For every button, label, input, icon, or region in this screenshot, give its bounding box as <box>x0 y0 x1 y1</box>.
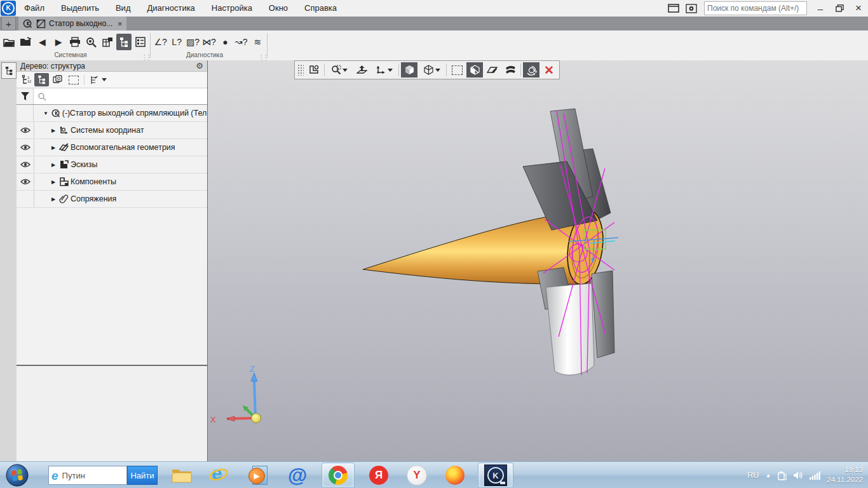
mass-properties-icon[interactable]: ● <box>218 34 233 50</box>
tree-filter-input[interactable] <box>46 90 207 104</box>
menu-window[interactable]: Окно <box>261 0 296 17</box>
expander-icon[interactable]: ▶ <box>50 128 57 133</box>
taskbar-media-player[interactable]: ▶ <box>244 463 272 487</box>
measure-length-icon[interactable]: ∠? <box>153 34 168 50</box>
open-document-icon[interactable] <box>2 34 17 50</box>
taskbar-explorer[interactable] <box>168 463 196 487</box>
zebra-icon[interactable] <box>502 62 519 78</box>
insert-fragment-icon[interactable] <box>100 34 116 50</box>
tree-structure-icon[interactable] <box>116 34 132 50</box>
eye-toggle[interactable] <box>17 156 34 173</box>
menu-help[interactable]: Справка <box>296 0 345 17</box>
taskbar-internet-explorer[interactable]: e <box>205 463 233 487</box>
placement-icon[interactable] <box>306 62 322 78</box>
model-stator[interactable] <box>208 60 868 461</box>
viewport-3d[interactable]: X Z X Z <box>208 60 868 461</box>
back-icon[interactable]: ◀ <box>35 34 50 50</box>
taskbar-yandex[interactable]: Я <box>365 463 393 487</box>
tray-clock[interactable]: 19:13 24.11.2022 <box>827 465 863 485</box>
close-icon[interactable]: ✕ <box>541 62 557 78</box>
new-tab-button[interactable]: + <box>1 17 16 30</box>
tree-row-coordinate-systems[interactable]: ▶ Системы координат <box>17 122 207 139</box>
surface-smoothness-icon[interactable]: ≋ <box>250 34 265 50</box>
taskbar-search-input[interactable] <box>61 470 114 481</box>
tabbar: + Статор выходно... × <box>0 17 868 31</box>
measure-area-icon[interactable]: ▨? <box>186 34 200 50</box>
start-button[interactable] <box>0 463 34 487</box>
find-button[interactable]: Найти <box>127 466 158 485</box>
rotate-icon[interactable] <box>523 62 539 78</box>
taskbar-firefox[interactable] <box>441 463 469 487</box>
taskbar-yandex-browser[interactable]: Y <box>403 463 431 487</box>
menu-file[interactable]: Файл <box>16 0 53 17</box>
taskbar-kompas[interactable]: K <box>478 463 513 488</box>
tab-stator[interactable]: Статор выходно... × <box>18 17 126 30</box>
command-search-input[interactable] <box>705 4 808 13</box>
move-component-icon[interactable] <box>371 62 397 78</box>
tree-row-mates[interactable]: ▶ Сопряжения <box>17 191 207 208</box>
screen-settings-icon[interactable] <box>684 3 698 14</box>
language-indicator[interactable]: RU <box>747 471 759 480</box>
sketch-mode-icon[interactable] <box>484 62 501 78</box>
menu-settings[interactable]: Настройка <box>203 0 261 17</box>
check-curve-icon[interactable]: ↝? <box>234 34 248 50</box>
section-view-icon[interactable] <box>466 62 483 78</box>
normal-to-icon[interactable] <box>353 62 370 78</box>
tab-close-icon[interactable]: × <box>116 19 123 29</box>
relations-view-icon[interactable] <box>50 73 65 86</box>
print-icon[interactable] <box>67 34 83 50</box>
group-grip-icon[interactable]: ⢀⢀⢀⢀⢀⢀ <box>259 52 264 59</box>
wireframe-display-icon[interactable] <box>419 62 444 78</box>
measure-perimeter-icon[interactable]: L? <box>169 34 184 50</box>
tree-row-root[interactable]: ▼ (-) Статор выходной спрямляющий (Тел-0 <box>17 105 207 122</box>
eye-toggle[interactable] <box>17 139 34 156</box>
group-grip-icon[interactable]: ⢀⢀⢀⢀⢀⢀ <box>142 52 147 59</box>
tray-expand-icon[interactable]: ▲ <box>765 472 771 478</box>
window-layout-icon[interactable] <box>667 3 681 14</box>
expander-icon[interactable]: ▼ <box>42 111 49 116</box>
drag-grip-icon[interactable] <box>297 64 304 76</box>
zoom-icon[interactable] <box>327 62 352 78</box>
network-icon[interactable] <box>810 471 820 480</box>
action-center-icon[interactable] <box>777 471 787 480</box>
eye-toggle[interactable] <box>17 122 34 139</box>
restore-button[interactable] <box>830 1 849 15</box>
tree-panel-tab[interactable] <box>1 62 17 79</box>
menu-select[interactable]: Выделить <box>53 0 107 17</box>
structure-view-icon[interactable] <box>34 73 49 86</box>
eye-toggle[interactable] <box>17 173 34 190</box>
taskbar-chrome[interactable] <box>322 463 355 488</box>
command-search[interactable] <box>704 1 807 15</box>
taskbar-mail-ru[interactable]: @ <box>283 463 311 487</box>
gear-icon[interactable]: ⚙ <box>196 61 203 71</box>
toolbar-group-label: Диагностика <box>153 51 257 58</box>
chevron-down-icon[interactable] <box>342 69 348 72</box>
forward-icon[interactable]: ▶ <box>51 34 66 50</box>
taskbar-search[interactable]: e Найти <box>48 466 158 485</box>
open-recent-icon[interactable] <box>18 34 34 50</box>
marquee-select-icon[interactable] <box>66 73 81 86</box>
expander-icon[interactable]: ▶ <box>50 179 57 185</box>
menu-diagnostics[interactable]: Диагностика <box>139 0 203 17</box>
expander-icon[interactable]: ▶ <box>50 145 57 151</box>
display-filter-icon[interactable] <box>88 73 109 86</box>
measure-curves-icon[interactable]: ⋈? <box>201 34 216 50</box>
chevron-down-icon[interactable] <box>435 69 440 72</box>
marquee-icon[interactable] <box>449 62 465 78</box>
volume-icon[interactable] <box>793 471 803 480</box>
expander-icon[interactable]: ▶ <box>50 196 57 202</box>
properties-list-icon[interactable] <box>133 34 148 50</box>
tree-row-sketches[interactable]: ▶ Эскизы <box>17 156 207 173</box>
numbered-view-icon[interactable]: 112 <box>18 73 33 86</box>
shaded-display-icon[interactable] <box>401 62 417 78</box>
filter-funnel-icon[interactable] <box>17 88 34 104</box>
menu-view[interactable]: Вид <box>107 0 139 17</box>
minimize-button[interactable]: – <box>811 1 830 15</box>
chevron-down-icon[interactable] <box>388 69 393 72</box>
print-preview-icon[interactable] <box>84 34 99 50</box>
tree-row-components[interactable]: ▶ Компоненты <box>17 173 207 191</box>
expander-icon[interactable]: ▶ <box>50 162 57 168</box>
tree-panel-lower-pane <box>17 366 207 461</box>
close-button[interactable]: × <box>849 1 868 15</box>
tree-row-aux-geometry[interactable]: ▶ Вспомогательная геометрия <box>17 139 207 156</box>
